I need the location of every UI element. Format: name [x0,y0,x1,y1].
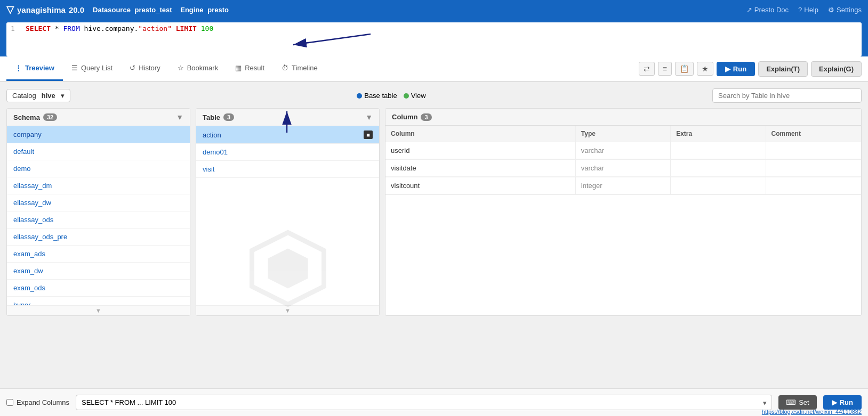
presto-doc-link[interactable]: ↗ Presto Doc [746,6,789,14]
table-panel-body: action ■ demo01 visit [196,126,379,305]
chevron-down-icon: ▾ [61,92,65,100]
run-button[interactable]: ▶ Run [717,62,755,76]
column-count-badge: 3 [421,113,431,121]
play-icon: ▶ [725,65,730,73]
editor-area: 1 SELECT * FROM hive.company."action" LI… [0,19,868,56]
tab-bar: ⋮ Treeview ☰ Query List ↺ History ☆ Book… [0,56,868,82]
editor-box[interactable]: 1 SELECT * FROM hive.company."action" LI… [6,22,862,56]
tree-icon: ⋮ [15,64,22,72]
table-panel: Table 3 ▼ action ■ demo01 visit ▼ [196,108,380,316]
expand-columns-checkbox[interactable] [6,399,13,406]
top-nav: ▽ yanagishima 20.0 Datasource presto_tes… [0,0,868,19]
swap-icon-btn[interactable]: ⇄ [639,62,655,76]
schema-item-exam-dw[interactable]: exam_dw [7,263,190,280]
tabs: ⋮ Treeview ☰ Query List ↺ History ☆ Book… [6,56,326,81]
tab-actions: ⇄ ≡ 📋 ★ ▶ Run Explain(T) Explain(G) [639,61,862,77]
col-cell-visitcount-type: integer [576,177,671,194]
tab-result[interactable]: ▦ Result [227,56,273,81]
top-nav-right: ↗ Presto Doc ? Help ⚙ Settings [746,6,862,14]
sql-template-select[interactable]: SELECT * FROM ... LIMIT 100 [76,395,772,410]
grid-icon: ▦ [235,64,242,72]
brand-version: 20.0 [69,5,84,14]
set-label: Set [799,398,809,406]
column-header-label: Column [392,113,417,121]
col-header-extra: Extra [671,126,766,142]
schema-item-ellassay-dm[interactable]: ellassay_dm [7,177,190,194]
view-indicator: View [404,92,426,100]
list-icon: ☰ [71,64,78,72]
table-name-action: action [203,131,221,139]
copy-icon-btn[interactable]: 📋 [675,62,694,76]
bottom-run-label: Run [840,398,853,406]
col-cell-visitcount-name: visitcount [385,177,576,194]
tab-querylist[interactable]: ☰ Query List [63,56,121,81]
list-icon-btn[interactable]: ≡ [658,62,672,76]
table-scroll-down[interactable]: ▼ [196,305,379,315]
schema-item-demo[interactable]: demo [7,160,190,177]
tab-treeview[interactable]: ⋮ Treeview [6,56,63,81]
col-cell-visitdate-type: varchar [576,160,671,177]
schema-item-exam-ods[interactable]: exam_ods [7,280,190,297]
explain-g-button[interactable]: Explain(G) [811,61,862,77]
datasource-label: Datasource [93,6,131,14]
schema-scroll-down[interactable]: ▼ [7,305,190,315]
col-header-comment: Comment [766,126,861,142]
expand-columns-checkbox-label[interactable]: Expand Columns [6,398,69,406]
set-button[interactable]: ⌨ Set [778,395,817,410]
schema-item-exam-ads[interactable]: exam_ads [7,246,190,263]
code-editor[interactable]: SELECT * FROM hive.company."action" LIMI… [26,25,857,54]
play-icon-bottom: ▶ [832,398,837,406]
help-label: Help [804,6,818,14]
tab-bookmark[interactable]: ☆ Bookmark [169,56,227,81]
col-cell-userid-type: varchar [576,142,671,159]
explain-t-button[interactable]: Explain(T) [758,61,808,77]
bottom-run-button[interactable]: ▶ Run [823,395,862,410]
table-copy-btn-action[interactable]: ■ [364,130,373,139]
schema-item-company[interactable]: company [7,126,190,143]
col-cell-userid-comment [766,142,861,159]
table-item-demo01[interactable]: demo01 [196,144,379,161]
keyword-select: SELECT [26,25,51,32]
schema-item-ellassay-ods[interactable]: ellassay_ods [7,211,190,229]
tab-treeview-label: Treeview [25,64,54,72]
column-panel-header: Column 3 [385,109,861,126]
help-link[interactable]: ? Help [798,6,818,14]
schema-item-default[interactable]: default [7,143,190,160]
schema-item-ellassay-ods-pre[interactable]: ellassay_ods_pre [7,229,190,246]
brand-name: yanagishima [17,5,66,14]
settings-link[interactable]: ⚙ Settings [828,6,862,14]
tab-history-label: History [139,64,160,72]
datasource-info: Datasource presto_test Engine presto [93,6,229,14]
schema-item-hyper[interactable]: hyper [7,297,190,305]
question-icon: ? [798,6,802,14]
schema-item-ellassay-dw[interactable]: ellassay_dw [7,194,190,211]
schema-panel-header: Schema 32 ▼ [7,109,190,126]
col-cell-userid-extra [671,142,766,159]
datasource-value: presto_test [135,6,172,14]
tab-timeline-label: Timeline [292,64,318,72]
gear-icon: ⚙ [828,6,834,14]
settings-label: Settings [837,6,862,14]
clock-icon: ⏱ [282,64,288,72]
column-panel: Column 3 Column Type Extra Comment useri… [385,108,862,316]
engine-label: Engine [180,6,203,14]
view-dot [404,93,409,99]
star-icon-btn[interactable]: ★ [697,62,713,76]
table-header-label: Table [203,113,220,121]
limit-value: 100 [201,25,213,32]
base-table-label: Base table [364,92,397,100]
col-row-visitdate: visitdate varchar [385,160,861,177]
table-item-action[interactable]: action ■ [196,126,379,144]
table-item-visit[interactable]: visit [196,161,379,178]
col-header-column: Column [385,126,576,142]
table-name-visit: visit [203,165,214,173]
table-filter-icon[interactable]: ▼ [365,113,373,121]
table-name-demo01: demo01 [203,148,228,156]
table-count-badge: 3 [223,113,234,121]
tab-timeline[interactable]: ⏱ Timeline [273,56,326,81]
presto-doc-label: Presto Doc [754,6,789,14]
schema-filter-icon[interactable]: ▼ [176,113,183,121]
tab-history[interactable]: ↺ History [121,56,168,81]
catalog-selector[interactable]: Catalog hive ▾ [6,89,70,102]
search-table-input[interactable] [712,88,862,103]
